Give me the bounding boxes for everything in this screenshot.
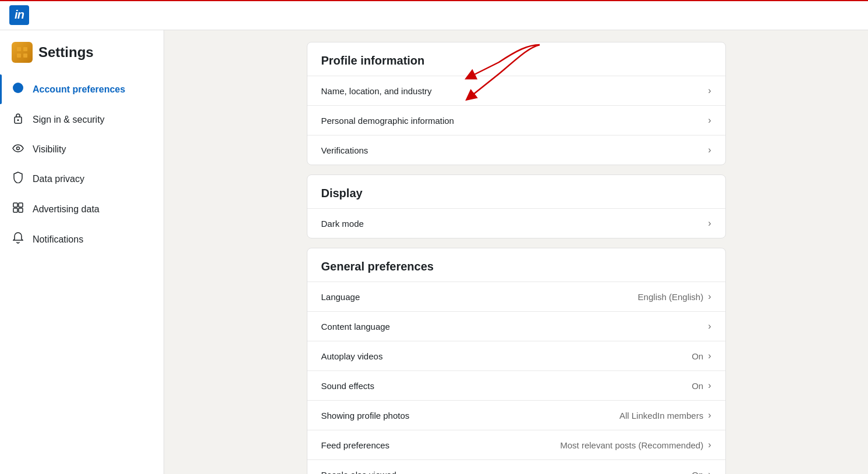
ad-icon — [12, 202, 24, 216]
showing-profile-photos-right: All LinkedIn members › — [619, 410, 711, 420]
profile-information-section: Profile information Name, location, and … — [307, 42, 726, 165]
linkedin-logo[interactable]: in — [9, 5, 29, 25]
people-also-viewed-right: On › — [692, 469, 711, 474]
svg-rect-9 — [13, 208, 17, 212]
display-title: Display — [307, 175, 725, 208]
svg-rect-2 — [17, 54, 21, 58]
sidebar-item-account-preferences[interactable]: Account preferences — [0, 74, 164, 104]
sidebar-item-advertising-data[interactable]: Advertising data — [0, 194, 164, 224]
autoplay-videos-right: On › — [692, 351, 711, 361]
svg-rect-1 — [23, 47, 27, 51]
sidebar-item-notifications[interactable]: Notifications — [0, 224, 164, 255]
autoplay-videos-item[interactable]: Autoplay videos On › — [307, 341, 725, 370]
eye-icon — [12, 143, 24, 155]
chevron-right-icon: › — [708, 351, 711, 361]
language-value: English (English) — [638, 292, 704, 302]
svg-rect-8 — [19, 203, 23, 207]
svg-point-5 — [17, 119, 19, 121]
personal-demographic-right: › — [708, 115, 711, 126]
chevron-right-icon: › — [708, 291, 711, 302]
people-also-viewed-item[interactable]: People also viewed On › — [307, 459, 725, 474]
sidebar-title: Settings — [0, 42, 164, 74]
personal-demographic-label: Personal demographic information — [321, 116, 454, 126]
general-preferences-title: General preferences — [307, 248, 725, 281]
dark-mode-right: › — [708, 218, 711, 229]
dark-mode-item[interactable]: Dark mode › — [307, 208, 725, 238]
autoplay-videos-label: Autoplay videos — [321, 351, 383, 361]
display-section: Display Dark mode › — [307, 174, 726, 238]
language-item[interactable]: Language English (English) › — [307, 281, 725, 311]
feed-preferences-right: Most relevant posts (Recommended) › — [560, 440, 711, 450]
verifications-item[interactable]: Verifications › — [307, 135, 725, 165]
svg-rect-7 — [13, 203, 17, 207]
lock-icon — [12, 112, 24, 127]
sound-effects-value: On — [692, 381, 703, 391]
name-location-industry-item[interactable]: Name, location, and industry › — [307, 76, 725, 105]
svg-rect-3 — [23, 54, 27, 58]
showing-profile-photos-value: All LinkedIn members — [619, 411, 703, 420]
language-label: Language — [321, 292, 360, 302]
account-icon — [12, 83, 24, 96]
chevron-right-icon: › — [708, 469, 711, 474]
svg-rect-0 — [17, 47, 21, 51]
svg-rect-10 — [19, 208, 23, 212]
sound-effects-right: On › — [692, 380, 711, 391]
profile-information-title: Profile information — [307, 42, 725, 76]
sidebar: Settings Account preferences S — [0, 30, 164, 474]
verifications-right: › — [708, 145, 711, 155]
sound-effects-item[interactable]: Sound effects On › — [307, 370, 725, 400]
chevron-right-icon: › — [708, 321, 711, 332]
bell-icon — [12, 232, 24, 247]
chevron-right-icon: › — [708, 410, 711, 420]
content-inner: Profile information Name, location, and … — [295, 42, 738, 474]
name-location-industry-label: Name, location, and industry — [321, 86, 432, 96]
main-layout: Settings Account preferences S — [0, 30, 868, 474]
sound-effects-label: Sound effects — [321, 381, 374, 391]
svg-point-6 — [17, 147, 20, 150]
settings-icon — [12, 42, 33, 63]
feed-preferences-label: Feed preferences — [321, 440, 390, 450]
showing-profile-photos-item[interactable]: Showing profile photos All LinkedIn memb… — [307, 400, 725, 430]
content-language-label: Content language — [321, 322, 390, 332]
verifications-label: Verifications — [321, 145, 369, 155]
chevron-right-icon: › — [708, 218, 711, 229]
sidebar-nav: Account preferences Sign in & security — [0, 74, 164, 255]
autoplay-videos-value: On — [692, 351, 703, 361]
chevron-right-icon: › — [708, 145, 711, 155]
content-language-item[interactable]: Content language › — [307, 311, 725, 341]
top-navigation: in — [0, 0, 868, 30]
sidebar-item-sign-in-security[interactable]: Sign in & security — [0, 104, 164, 135]
sidebar-item-visibility[interactable]: Visibility — [0, 135, 164, 163]
chevron-right-icon: › — [708, 85, 711, 96]
people-also-viewed-value: On — [692, 470, 703, 475]
feed-preferences-item[interactable]: Feed preferences Most relevant posts (Re… — [307, 430, 725, 459]
name-location-industry-right: › — [708, 85, 711, 96]
sidebar-item-data-privacy[interactable]: Data privacy — [0, 163, 164, 194]
language-right: English (English) › — [638, 291, 711, 302]
content-language-right: › — [708, 321, 711, 332]
people-also-viewed-label: People also viewed — [321, 470, 396, 475]
shield-icon — [12, 172, 24, 186]
dark-mode-label: Dark mode — [321, 219, 364, 229]
chevron-right-icon: › — [708, 380, 711, 391]
showing-profile-photos-label: Showing profile photos — [321, 411, 410, 420]
personal-demographic-item[interactable]: Personal demographic information › — [307, 105, 725, 135]
chevron-right-icon: › — [708, 440, 711, 450]
content-area: Profile information Name, location, and … — [164, 30, 868, 474]
chevron-right-icon: › — [708, 115, 711, 126]
general-preferences-section: General preferences Language English (En… — [307, 248, 726, 474]
feed-preferences-value: Most relevant posts (Recommended) — [560, 440, 703, 450]
